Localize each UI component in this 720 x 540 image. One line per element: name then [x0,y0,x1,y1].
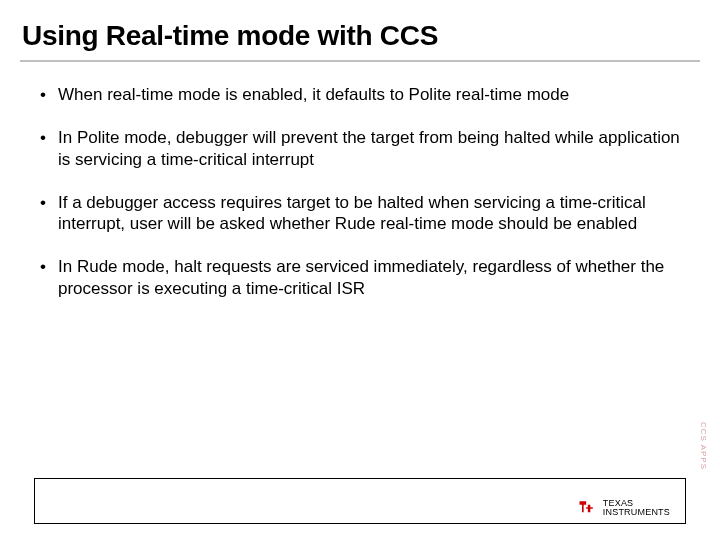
bullet-item: When real-time mode is enabled, it defau… [40,84,680,105]
slide-title: Using Real-time mode with CCS [0,0,720,52]
side-label: CCS APPS [699,422,708,470]
bullet-item: In Rude mode, halt requests are serviced… [40,256,680,299]
slide-body: When real-time mode is enabled, it defau… [0,62,720,299]
bullet-item: In Polite mode, debugger will prevent th… [40,127,680,170]
brand-text: TEXAS INSTRUMENTS [603,499,670,518]
slide: Using Real-time mode with CCS When real-… [0,0,720,540]
brand-line-2: INSTRUMENTS [603,508,670,517]
bullet-list: When real-time mode is enabled, it defau… [40,84,680,299]
brand-logo: TEXAS INSTRUMENTS [577,498,670,518]
bullet-item: If a debugger access requires target to … [40,192,680,235]
ti-logo-icon [577,498,597,518]
